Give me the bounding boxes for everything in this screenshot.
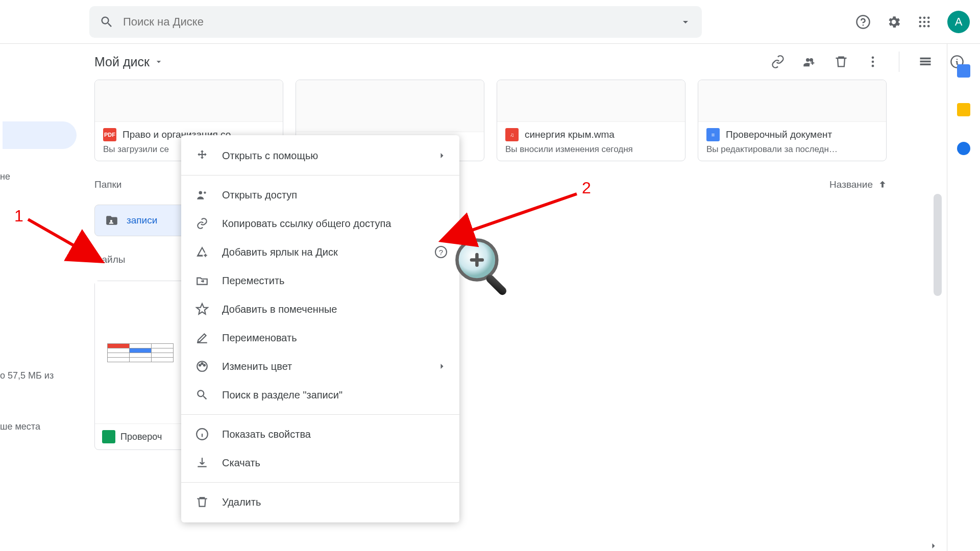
avatar[interactable]: А bbox=[947, 11, 970, 33]
svg-point-21 bbox=[204, 364, 205, 366]
arrow-up-icon bbox=[877, 179, 888, 190]
sheets-icon bbox=[102, 430, 115, 443]
search-input[interactable] bbox=[114, 15, 679, 29]
star-icon bbox=[195, 303, 209, 316]
ctx-label: Копировать ссылку общего доступа bbox=[222, 218, 391, 230]
svg-point-8 bbox=[919, 24, 922, 27]
header: А bbox=[0, 0, 980, 44]
vertical-scrollbar[interactable] bbox=[934, 194, 942, 546]
ctx-label: Добавить в помеченные bbox=[222, 304, 337, 315]
quick-access-card[interactable]: ≡ Проверочный документ Вы редактировали … bbox=[698, 80, 887, 161]
ctx-label: Скачать bbox=[222, 457, 260, 469]
svg-point-7 bbox=[927, 20, 930, 23]
ctx-share[interactable]: Открыть доступ bbox=[181, 181, 459, 209]
svg-point-2 bbox=[919, 16, 922, 19]
ctx-delete[interactable]: Удалить bbox=[181, 488, 459, 516]
ctx-label: Открыть доступ bbox=[222, 189, 297, 201]
file-card[interactable]: Провероч bbox=[94, 281, 186, 450]
ctx-label: Открыть с помощью bbox=[222, 150, 318, 162]
list-view-icon[interactable] bbox=[918, 54, 933, 69]
card-title: Проверочный документ bbox=[726, 129, 832, 140]
svg-point-10 bbox=[927, 24, 930, 27]
side-panel bbox=[947, 44, 980, 551]
chevron-right-icon bbox=[437, 151, 447, 161]
ctx-color[interactable]: Изменить цвет bbox=[181, 352, 459, 381]
delete-icon[interactable] bbox=[834, 54, 849, 69]
svg-point-4 bbox=[927, 16, 930, 19]
get-link-icon[interactable] bbox=[770, 54, 786, 69]
share-icon bbox=[195, 188, 209, 202]
info-icon bbox=[195, 428, 209, 441]
ctx-label: Переименовать bbox=[222, 332, 297, 344]
apps-icon[interactable] bbox=[917, 14, 932, 30]
folder-name: записи bbox=[127, 215, 157, 226]
svg-point-11 bbox=[872, 57, 874, 59]
svg-point-16 bbox=[199, 191, 203, 194]
card-title: синергия крым.wma bbox=[525, 129, 615, 140]
ctx-add-shortcut[interactable]: Добавить ярлык на Диск ? bbox=[181, 238, 459, 266]
keep-app-icon[interactable] bbox=[957, 103, 970, 116]
ctx-star[interactable]: Добавить в помеченные bbox=[181, 295, 459, 323]
toolbar-divider bbox=[899, 52, 899, 72]
ctx-label: Переместить bbox=[222, 275, 285, 287]
card-preview bbox=[95, 80, 283, 122]
more-icon[interactable] bbox=[865, 54, 880, 69]
ctx-download[interactable]: Скачать bbox=[181, 448, 459, 477]
breadcrumb[interactable]: Мой диск bbox=[94, 55, 164, 69]
drive-add-icon bbox=[195, 245, 209, 259]
delete-icon bbox=[195, 495, 209, 509]
card-subtitle: Вы редактировали за последн… bbox=[706, 144, 878, 155]
ctx-separator bbox=[181, 175, 459, 176]
settings-icon[interactable] bbox=[886, 14, 901, 30]
ctx-search-in[interactable]: Поиск в разделе "записи" bbox=[181, 381, 459, 409]
shared-folder-icon bbox=[104, 214, 119, 227]
svg-point-9 bbox=[923, 24, 926, 27]
ctx-open-with[interactable]: Открыть с помощью bbox=[181, 141, 459, 170]
svg-point-13 bbox=[872, 65, 874, 67]
svg-point-12 bbox=[872, 61, 874, 63]
quick-access-card[interactable]: ♫ синергия крым.wma Вы вносили изменения… bbox=[497, 80, 685, 161]
download-icon bbox=[195, 456, 209, 469]
ctx-details[interactable]: Показать свойства bbox=[181, 420, 459, 448]
ctx-copy-link[interactable]: Копировать ссылку общего доступа bbox=[181, 209, 459, 238]
magnifier-cursor-icon bbox=[452, 235, 518, 301]
sort-button[interactable]: Название bbox=[829, 179, 888, 190]
ctx-separator bbox=[181, 414, 459, 415]
svg-rect-28 bbox=[484, 273, 508, 296]
svg-point-20 bbox=[201, 363, 203, 364]
move-icon bbox=[195, 274, 209, 287]
search-box[interactable] bbox=[89, 6, 702, 38]
card-preview bbox=[497, 80, 685, 122]
ctx-move[interactable]: Переместить bbox=[181, 266, 459, 295]
calendar-app-icon[interactable] bbox=[957, 64, 970, 78]
card-subtitle: Вы вносили изменения сегодня bbox=[505, 144, 677, 155]
search-dropdown-icon[interactable] bbox=[679, 16, 692, 28]
svg-point-15 bbox=[110, 220, 112, 222]
open-with-icon bbox=[195, 149, 209, 162]
audio-icon: ♫ bbox=[505, 128, 519, 141]
share-icon[interactable] bbox=[802, 54, 817, 69]
docs-icon: ≡ bbox=[706, 128, 720, 141]
horizontal-scrollbar[interactable] bbox=[94, 541, 942, 551]
header-actions: А bbox=[855, 11, 970, 33]
pdf-icon: PDF bbox=[103, 128, 116, 141]
svg-point-5 bbox=[919, 20, 922, 23]
toolbar-actions bbox=[770, 52, 965, 72]
search-icon bbox=[195, 388, 209, 402]
help-icon[interactable]: ? bbox=[435, 246, 447, 258]
file-name: Провероч bbox=[120, 432, 162, 442]
card-preview bbox=[698, 80, 886, 122]
ctx-separator bbox=[181, 482, 459, 483]
ctx-rename[interactable]: Переименовать bbox=[181, 323, 459, 352]
rename-icon bbox=[195, 331, 209, 344]
tasks-app-icon[interactable] bbox=[957, 142, 970, 155]
svg-point-3 bbox=[923, 16, 926, 19]
ctx-label: Поиск в разделе "записи" bbox=[222, 389, 342, 401]
folders-heading: Папки bbox=[94, 179, 121, 190]
toolbar: Мой диск bbox=[0, 44, 980, 80]
ctx-label: Показать свойства bbox=[222, 429, 311, 440]
sort-label-text: Название bbox=[829, 179, 873, 190]
card-preview bbox=[296, 80, 484, 132]
ctx-label: Удалить bbox=[222, 496, 261, 508]
help-icon[interactable] bbox=[855, 14, 871, 30]
